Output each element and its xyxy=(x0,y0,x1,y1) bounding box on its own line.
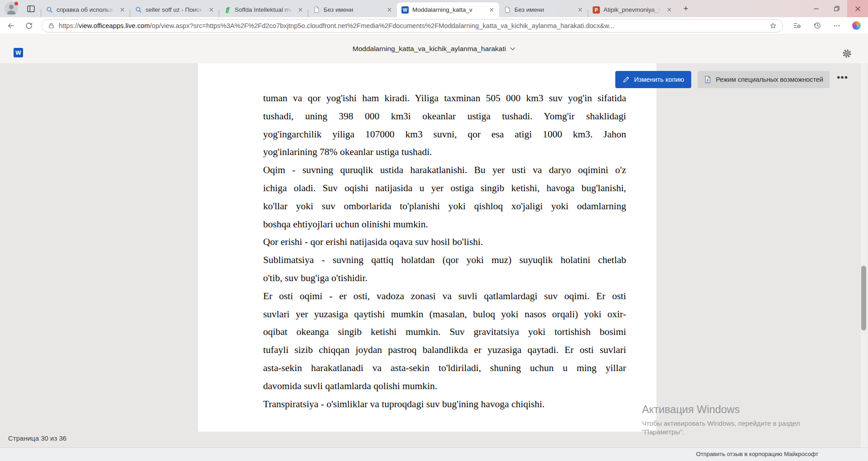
soffda-logo-icon: ff xyxy=(226,6,229,14)
browser-tab[interactable]: Без имени xyxy=(308,2,397,17)
powerpoint-favicon: P xyxy=(593,6,600,14)
document-line: yog'inlarining 78% okeanlar ustiga tusha… xyxy=(263,143,626,161)
pencil-icon xyxy=(623,76,630,83)
feedback-link[interactable]: Отправить отзыв в корпорацию Майкрософт xyxy=(696,451,818,457)
new-tab-button[interactable]: + xyxy=(679,2,692,15)
more-options-button[interactable]: ••• xyxy=(836,75,850,84)
minimize-icon xyxy=(814,6,819,11)
settings-more-icon[interactable] xyxy=(833,22,841,30)
refresh-button[interactable] xyxy=(22,19,36,33)
document-line: ko'llar yoki suv omborlarida to'planishi… xyxy=(263,198,626,216)
tab-close-icon[interactable] xyxy=(665,6,673,14)
browser-navbar: https://view.officeapps.live.com/op/view… xyxy=(0,17,868,34)
search-icon xyxy=(135,6,142,13)
tab-label: Без имени xyxy=(514,6,573,13)
favorites-bar-icon[interactable] xyxy=(793,21,802,30)
browser-tab[interactable]: Без имени xyxy=(499,2,588,17)
browser-titlebar: справка об использоseller soff uz - Поис… xyxy=(0,0,868,17)
tab-favicon xyxy=(46,6,53,14)
document-line: o'tib, suv bug'iga o'tishidir. xyxy=(263,269,626,287)
back-button[interactable] xyxy=(4,19,18,33)
edit-copy-label: Изменить копию xyxy=(634,76,684,83)
document-line: Er osti oqimi - er osti, vadoza zonasi v… xyxy=(263,287,626,306)
search-icon xyxy=(46,6,53,13)
document-line: oqibat okeanga singib ketishi mumkin. Su… xyxy=(263,323,626,341)
restore-button[interactable] xyxy=(826,0,847,17)
tab-label: seller soff uz - Поиск xyxy=(146,6,204,13)
command-bar: Изменить копию Режим специальных возможн… xyxy=(615,71,850,88)
document-line: Qor erishi - qor erishi natijasida oqava… xyxy=(263,233,626,251)
document-line: ichiga oladi. Suv oqishi natijasida u ye… xyxy=(263,179,626,198)
browser-tab-active[interactable]: WModdalarning_katta_v xyxy=(397,2,499,17)
tab-favicon: ff xyxy=(224,6,231,14)
edit-copy-button[interactable]: Изменить копию xyxy=(615,71,691,88)
restore-icon xyxy=(834,6,840,11)
accessibility-mode-button[interactable]: Режим специальных возможностей xyxy=(698,71,830,88)
document-line: asta-sekin harakatlanadi va asta-sekin t… xyxy=(263,359,626,377)
bookmark-star-icon[interactable] xyxy=(769,22,777,30)
url-scheme: https:// xyxy=(59,22,79,29)
history-icon[interactable] xyxy=(813,21,821,30)
word-favicon: W xyxy=(401,6,409,14)
scrollbar-thumb[interactable] xyxy=(861,266,866,330)
tab-close-icon[interactable] xyxy=(296,6,304,14)
minimize-button[interactable] xyxy=(806,0,826,17)
tab-close-icon[interactable] xyxy=(576,6,584,14)
document-line: Oqim - suvning quruqlik ustida harakatla… xyxy=(263,161,626,179)
settings-gear-button[interactable] xyxy=(840,47,853,60)
gear-icon xyxy=(842,48,852,59)
url-path: /op/view.aspx?src=https%3A%2F%2Fd2co7bxj… xyxy=(150,22,614,29)
vertical-tabs-button[interactable] xyxy=(24,2,37,15)
tab-favicon xyxy=(135,6,142,14)
tab-label: Soffda Intellektual mu xyxy=(235,6,293,13)
document-line: Transpiratsiya - o'simliklar va tuproqda… xyxy=(263,395,626,414)
browser-tab[interactable]: seller soff uz - Поиск xyxy=(130,2,219,17)
tab-label: Без имени xyxy=(324,6,382,13)
blank-page-icon xyxy=(313,6,320,13)
tab-favicon xyxy=(504,6,511,14)
browser-tab[interactable]: PAtipik_pnevmoniya_X xyxy=(588,2,677,17)
chevron-down-icon[interactable] xyxy=(510,47,515,51)
document-area: tuman va qor yog'ishi ham kiradi. Yiliga… xyxy=(0,63,868,447)
notification-badge xyxy=(14,1,19,6)
feedback-bar[interactable]: Отправить отзыв в корпорацию Майкрософт xyxy=(0,447,868,461)
tab-close-icon[interactable] xyxy=(385,6,393,14)
tab-favicon: W xyxy=(401,6,409,14)
document-line: tushadi, uning 398 000 km3i okeanlar ust… xyxy=(263,108,626,126)
window-controls xyxy=(806,0,868,17)
tab-label: Moddalarning_katta_v xyxy=(412,6,485,13)
document-line: boshqa ehtiyojlari uchun olinishi mumkin… xyxy=(263,216,626,234)
document-line: yog'ingarchilik yiliga 107000 km3 suvni,… xyxy=(263,126,626,144)
address-bar[interactable]: https://view.officeapps.live.com/op/view… xyxy=(42,19,783,33)
document-line: tufayli sizib chiqqan joydan pastroq bal… xyxy=(263,341,626,359)
browser-tab[interactable]: ffSoffda Intellektual mu xyxy=(219,2,308,17)
copilot-icon[interactable] xyxy=(852,21,861,30)
tab-close-icon[interactable] xyxy=(118,6,126,14)
tab-strip: справка об использоseller soff uz - Поис… xyxy=(41,0,677,17)
blank-page-icon xyxy=(504,6,511,13)
tab-close-icon[interactable] xyxy=(207,6,215,14)
lock-icon xyxy=(48,22,55,29)
scrollbar-track[interactable] xyxy=(861,63,868,447)
document-line: suvlari yer yuzasiga qaytishi mumkin (ma… xyxy=(263,306,626,324)
tab-close-icon[interactable] xyxy=(487,6,495,14)
word-viewer-header: W Moddalarning_katta_va_kichik_aylanma_h… xyxy=(0,34,868,63)
tab-actions-icon xyxy=(27,5,35,13)
document-title: Moddalarning_katta_va_kichik_aylanma_har… xyxy=(353,45,506,53)
browser-tab[interactable]: справка об использо xyxy=(41,2,130,17)
document-line: davomida suvli qatlamlarda qolishi mumki… xyxy=(263,377,626,395)
document-line: Sublimatsiya - suvning qattiq holatdan (… xyxy=(263,251,626,269)
navbar-icons xyxy=(783,21,868,30)
url-domain: view.officeapps.live.com xyxy=(79,22,150,29)
document-text: tuman va qor yog'ishi ham kiradi. Yiliga… xyxy=(263,89,626,413)
tab-label: Atipik_pnevmoniya_X xyxy=(604,6,662,13)
tab-label: справка об использо xyxy=(57,6,115,13)
refresh-icon xyxy=(25,22,33,30)
doc-title-wrap: Moddalarning_katta_va_kichik_aylanma_har… xyxy=(0,34,868,63)
close-icon xyxy=(855,6,860,11)
tab-favicon: P xyxy=(593,6,600,14)
page-indicator: Страница 30 из 36 xyxy=(8,434,66,442)
profile-avatar[interactable] xyxy=(5,2,18,15)
back-arrow-icon xyxy=(6,21,15,30)
close-button[interactable] xyxy=(847,0,868,17)
